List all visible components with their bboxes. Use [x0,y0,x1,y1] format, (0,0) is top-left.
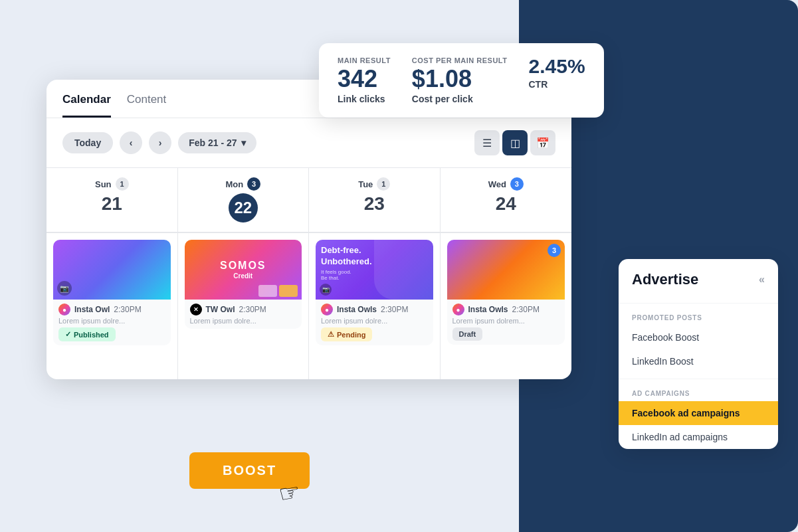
cost-value: $1.08 [412,67,508,91]
advertise-title: Advertise [632,271,698,288]
post-image-wed: 3 [447,240,565,300]
list-view-button[interactable]: ☰ [474,130,500,155]
day-badge-wed: 3 [510,177,524,191]
wed-post-badge: 3 [548,244,561,257]
advertise-header: Advertise « [619,259,778,298]
status-badge-sun: ✓ Published [58,327,116,341]
day-badge-mon: 3 [247,177,260,191]
cost-sub: Cost per click [412,94,508,104]
post-time-wed: 2:30PM [512,305,540,314]
day-badge-tue: 1 [377,177,390,191]
post-image-sun: 📷 [53,240,171,300]
day-number-sun: 21 [57,193,167,215]
somos-text: SOMOS Credit [220,259,266,280]
day-header-wed: Wed 3 24 [441,168,572,232]
prev-button[interactable]: ‹ [120,132,142,154]
main-result-stat: MAIN RESULT 342 Link clicks [338,56,391,104]
toolbar-left: Today ‹ › Feb 21 - 27 ▾ [62,132,256,154]
day-name-mon: Mon [225,179,243,189]
day-badge-sun: 1 [116,177,129,191]
post-time-tue: 2:30PM [381,305,408,314]
post-card-tue[interactable]: Debt-free.Unbothered. It feels good.Be t… [316,240,433,345]
toolbar-right: ☰ ◫ 📅 [474,130,555,155]
twitter-icon-mon: ✕ [190,304,202,315]
post-card-wed[interactable]: 3 ● Insta Owls 2:30PM Lorem ipsum dolrem… [447,240,565,345]
post-name-tue: Insta Owls [337,305,377,314]
day-header-mon: Mon 3 22 [178,168,310,232]
facebook-campaigns-item[interactable]: Facebook ad campaigns [619,401,778,425]
day-number-mon: 22 [229,193,258,222]
calendar-icon: 📅 [536,137,549,149]
warning-icon: ⚠ [328,330,334,339]
divider-1 [619,303,778,304]
calendar-view-button[interactable]: 📅 [530,130,555,155]
post-meta-sun: ● Insta Owl 2:30PM Lorem ipsum dolre... … [53,300,171,345]
instagram-icon-sun: ● [58,304,70,315]
ctr-value: 2.45% [529,56,585,76]
day-name-tue: Tue [358,179,373,189]
main-result-sub: Link clicks [338,94,391,104]
tab-calendar[interactable]: Calendar [62,93,111,118]
linkedin-boost-item[interactable]: LinkedIn Boost [619,349,778,373]
status-badge-tue: ⚠ Pending [321,327,372,341]
calendar-card: Calendar Content Today ‹ › Feb 21 - 27 ▾… [47,80,571,379]
main-result-label: MAIN RESULT [338,56,391,64]
day-cell-mon: SOMOS Credit ✕ TW Owl 2:30PM Lor [178,233,310,379]
debt-free-text: Debt-free.Unbothered. [321,245,372,268]
post-time-mon: 2:30PM [239,305,266,314]
post-time-sun: 2:30PM [114,305,141,314]
facebook-boost-item[interactable]: Facebook Boost [619,325,778,349]
ad-campaigns-label: AD CAMPAIGNS [619,385,778,401]
cost-per-result-stat: COST PER MAIN RESULT $1.08 Cost per clic… [412,56,508,104]
grid-view-button[interactable]: ◫ [502,130,528,155]
next-button[interactable]: › [149,132,171,154]
day-name-wed: Wed [488,179,506,189]
post-meta-mon: ✕ TW Owl 2:30PM Lorem ipsum dolre... [185,300,302,329]
tab-content[interactable]: Content [127,93,167,118]
main-result-value: 342 [338,67,391,91]
post-excerpt-wed: Lorem ipsum dolrem... [452,317,560,325]
post-image-tue: Debt-free.Unbothered. It feels good.Be t… [316,240,433,300]
calendar-toolbar: Today ‹ › Feb 21 - 27 ▾ ☰ ◫ 📅 [47,118,571,167]
instagram-icon-tue: ● [321,304,333,315]
advertise-card: Advertise « PROMOTED POSTS Facebook Boos… [619,259,778,449]
grid-icon: ◫ [510,137,520,149]
status-badge-wed: Draft [452,327,483,341]
list-icon: ☰ [482,137,492,149]
post-excerpt-tue: Lorem ipsum dolre... [321,317,428,325]
post-name-wed: Insta Owls [468,305,508,314]
day-header-sun: Sun 1 21 [47,168,178,232]
stats-card: MAIN RESULT 342 Link clicks COST PER MAI… [319,43,604,118]
post-card-mon[interactable]: SOMOS Credit ✕ TW Owl 2:30PM Lor [185,240,302,329]
post-card-sun[interactable]: 📷 ● Insta Owl 2:30PM Lorem ipsum dolre..… [53,240,171,345]
day-number-tue: 23 [320,193,429,215]
promoted-posts-label: PROMOTED POSTS [619,309,778,325]
divider-2 [619,379,778,379]
day-cell-tue: Debt-free.Unbothered. It feels good.Be t… [309,233,441,379]
post-excerpt-sun: Lorem ipsum dolre... [58,317,165,325]
calendar-grid-headers: Sun 1 21 Mon 3 22 Tue 1 23 Wed 3 [47,167,571,232]
day-number-wed: 24 [451,193,561,215]
day-cell-wed: 3 ● Insta Owls 2:30PM Lorem ipsum dolrem… [441,233,572,379]
chevron-down-icon: ▾ [241,137,246,148]
today-button[interactable]: Today [62,132,113,153]
post-excerpt-mon: Lorem ipsum dolre... [190,317,297,325]
post-name-sun: Insta Owl [74,305,110,314]
linkedin-campaigns-item[interactable]: LinkedIn ad campaigns [619,425,778,449]
date-range-label: Feb 21 - 27 [189,137,237,148]
post-meta-wed: ● Insta Owls 2:30PM Lorem ipsum dolrem..… [447,300,565,345]
instagram-icon-wed: ● [452,304,464,315]
date-range-button[interactable]: Feb 21 - 27 ▾ [178,132,256,153]
day-cell-sun: 📷 ● Insta Owl 2:30PM Lorem ipsum dolre..… [47,233,178,379]
post-image-mon: SOMOS Credit [185,240,302,300]
day-header-tue: Tue 1 23 [309,168,441,232]
day-name-sun: Sun [95,179,112,189]
calendar-grid-cells: 📷 ● Insta Owl 2:30PM Lorem ipsum dolre..… [47,232,571,379]
ctr-sub: CTR [529,79,585,90]
collapse-button[interactable]: « [759,274,765,286]
post-meta-tue: ● Insta Owls 2:30PM Lorem ipsum dolre...… [316,300,433,345]
cost-label: COST PER MAIN RESULT [412,56,508,64]
ctr-stat: 2.45% CTR [529,56,585,90]
post-name-mon: TW Owl [206,305,235,314]
check-icon: ✓ [65,330,71,339]
